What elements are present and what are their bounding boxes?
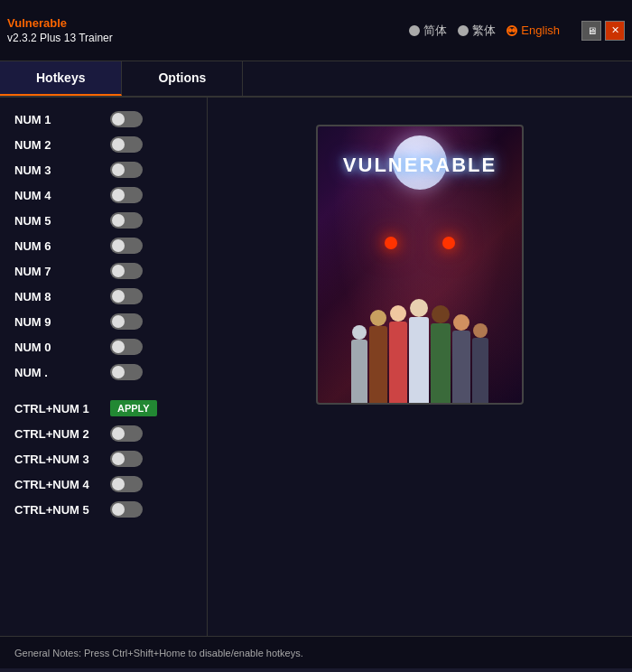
hotkey-row: NUM 5 [0,208,207,233]
hotkey-row: CTRL+NUM 4 [0,471,207,497]
close-button[interactable]: ✕ [605,21,625,41]
toggle-knob-ctrlnum5 [112,503,125,516]
game-cover: VULNERABLE [316,125,524,405]
toggle-num7[interactable] [110,263,143,279]
hotkey-label-num7: NUM 7 [14,265,96,278]
version-label: v2.3.2 Plus 13 Trainer [7,32,409,44]
title-info: Vulnerable v2.3.2 Plus 13 Trainer [7,16,409,44]
hotkey-label-ctrlnum2: CTRL+NUM 2 [14,427,96,441]
tab-hotkeys[interactable]: Hotkeys [0,61,122,96]
toggle-knob-num3 [112,163,125,176]
monitor-button[interactable]: 🖥 [581,21,601,41]
hotkey-row: NUM 1 [0,107,207,132]
eye-right [442,237,455,249]
hotkey-row: NUM 8 [0,284,207,309]
toggle-num6[interactable] [110,238,143,254]
hotkey-label-num3: NUM 3 [14,163,96,177]
toggle-num8[interactable] [110,288,143,304]
toggle-ctrlnum5[interactable] [110,501,143,518]
toggle-num0[interactable] [110,339,143,355]
hotkey-row: NUM 0 [0,334,207,359]
hotkey-row: CTRL+NUM 3 [0,446,207,471]
window-controls: 🖥 ✕ [581,21,625,41]
toggle-num5[interactable] [110,212,143,229]
lang-traditional-label: 繁体 [472,23,496,39]
lang-english-radio[interactable] [507,25,517,36]
toggle-knob-num2 [112,138,125,151]
options-panel: VULNERABLE [208,98,632,636]
hotkey-row: NUM 6 [0,233,207,258]
hotkey-label-ctrlnum1: CTRL+NUM 1 [14,402,96,415]
hotkey-separator [0,385,207,396]
toggle-ctrlnum2[interactable] [110,425,143,442]
toggle-knob-num8 [112,290,125,303]
toggle-num2[interactable] [110,136,143,153]
game-title: Vulnerable [7,16,409,30]
toggle-knob-ctrlnum3 [112,453,125,465]
lang-english-label: English [521,23,560,37]
footer-note: General Notes: Press Ctrl+Shift+Home to … [14,648,303,658]
tab-hotkeys-label: Hotkeys [36,70,85,85]
toggle-knob-num5 [112,214,125,227]
language-controls: 简体 繁体 English 🖥 ✕ [409,21,625,41]
hotkey-label-num5: NUM 5 [14,214,96,228]
toggle-knob-num1 [112,113,125,126]
toggle-num3[interactable] [110,162,143,178]
lang-traditional-radio[interactable] [458,25,469,36]
tab-bar: Hotkeys Options [0,61,632,98]
hotkey-row: NUM 3 [0,157,207,182]
hotkey-row: NUM 9 [0,309,207,334]
toggle-ctrlnum3[interactable] [110,451,143,467]
tab-options-label: Options [158,70,206,85]
apply-button-ctrlnum1[interactable]: APPLY [110,400,157,416]
lang-simplified-radio[interactable] [409,25,420,36]
hotkey-label-num4: NUM 4 [14,189,96,202]
main-content: NUM 1NUM 2NUM 3NUM 4NUM 5NUM 6NUM 7NUM 8… [0,98,632,636]
toggle-ctrlnum4[interactable] [110,476,143,492]
toggle-numdot[interactable] [110,364,143,380]
toggle-knob-num4 [112,189,125,201]
hotkey-label-num0: NUM 0 [14,341,96,354]
toggle-num4[interactable] [110,187,143,203]
hotkeys-panel: NUM 1NUM 2NUM 3NUM 4NUM 5NUM 6NUM 7NUM 8… [0,98,208,636]
cover-characters [318,258,522,403]
hotkey-row: NUM 7 [0,258,207,284]
hotkey-label-ctrlnum4: CTRL+NUM 4 [14,478,96,491]
toggle-num9[interactable] [110,313,143,330]
hotkey-label-num2: NUM 2 [14,138,96,152]
toggle-knob-num9 [112,315,125,328]
hotkey-row: NUM 4 [0,182,207,208]
hotkey-label-num6: NUM 6 [14,239,96,253]
toggle-knob-num6 [112,239,125,252]
toggle-knob-num0 [112,341,125,353]
hotkey-label-num9: NUM 9 [14,315,96,329]
toggle-knob-num7 [112,265,125,277]
hotkey-row: NUM 2 [0,132,207,157]
title-bar: Vulnerable v2.3.2 Plus 13 Trainer 简体 繁体 … [0,0,632,61]
lang-english[interactable]: English [507,23,560,37]
lang-simplified[interactable]: 简体 [409,23,447,39]
toggle-knob-numdot [112,366,125,378]
hotkey-label-num8: NUM 8 [14,290,96,303]
hotkey-label-ctrlnum5: CTRL+NUM 5 [14,503,96,517]
tab-options[interactable]: Options [122,61,243,96]
hotkey-row: NUM . [0,359,207,385]
hotkey-label-numdot: NUM . [14,366,96,379]
cover-title: VULNERABLE [343,154,497,177]
hotkey-row: CTRL+NUM 1APPLY [0,396,207,421]
footer: General Notes: Press Ctrl+Shift+Home to … [0,636,632,668]
toggle-knob-ctrlnum4 [112,478,125,490]
hotkey-row: CTRL+NUM 2 [0,421,207,446]
toggle-knob-ctrlnum2 [112,427,125,440]
toggle-num1[interactable] [110,111,143,127]
lang-traditional[interactable]: 繁体 [458,23,496,39]
lang-simplified-label: 简体 [423,23,447,39]
eye-left [385,237,397,249]
hotkey-row: CTRL+NUM 5 [0,497,207,522]
hotkey-label-num1: NUM 1 [14,113,96,126]
hotkey-label-ctrlnum3: CTRL+NUM 3 [14,453,96,466]
cover-eyes [385,237,455,249]
